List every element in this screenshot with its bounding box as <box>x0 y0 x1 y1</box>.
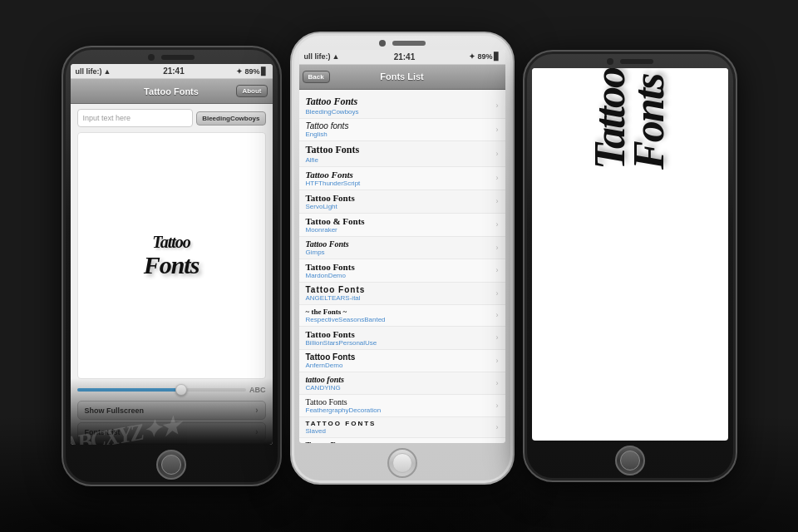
about-button[interactable]: About <box>236 85 267 97</box>
nav-title-2: Fonts List <box>380 71 424 81</box>
status-left-1: ull life:) ▲ <box>76 67 111 76</box>
phone-3: TattooFonts <box>523 50 737 482</box>
nav-bar-1: Tattoo Fonts About <box>71 79 273 104</box>
home-button-inner-1 <box>161 455 181 475</box>
home-button-2[interactable] <box>387 448 417 478</box>
font-display-name: Tattoo Fonts <box>306 144 360 156</box>
fullscreen-content: TattooFonts <box>532 68 728 170</box>
font-item-chevron-icon: › <box>496 244 499 252</box>
font-item-chevron-icon: › <box>496 401 499 410</box>
bluetooth-icon-2: ✦ <box>469 52 475 61</box>
font-display-name: Tattoo Fonts <box>306 170 361 180</box>
phone-3-top-bar <box>525 52 736 68</box>
font-item-chevron-icon: › <box>496 357 499 365</box>
carrier-1: ull life:) <box>76 67 102 76</box>
font-system-name: BleedingCowboys <box>306 108 359 116</box>
font-display-name: Tattoo Fonts <box>306 285 366 294</box>
phone-1-top-bar <box>63 47 280 64</box>
font-list-item[interactable]: Tattoo fontsEnglish› <box>299 119 505 141</box>
font-display-name: Tattoo Fonts <box>306 352 356 362</box>
font-item-chevron-icon: › <box>496 289 499 298</box>
phone-3-screen: TattooFonts <box>532 68 728 441</box>
phone-2: ull life:) ▲ 21:41 ✦ 89% ▊ Back Fonts Li… <box>290 32 515 485</box>
speaker-1 <box>161 55 195 60</box>
font-display-name: Tattoo Fonts <box>306 96 359 108</box>
font-list-item[interactable]: Tattoo FontsServoLight› <box>299 190 505 214</box>
font-system-name: CANDYING <box>306 384 344 392</box>
home-button-inner-3 <box>620 451 640 470</box>
phone-1: ull life:) ▲ 21:41 ✦ 89% ▊ Tattoo Fonts … <box>62 46 282 486</box>
speaker-2 <box>392 41 426 46</box>
status-right-1: ✦ 89% ▊ <box>236 67 267 76</box>
font-list-item[interactable]: Tattoo FontsAlfie› <box>299 141 505 167</box>
font-item-chevron-icon: › <box>496 174 499 182</box>
home-button-3[interactable] <box>615 446 645 475</box>
font-list-item[interactable]: Tattoo FontsANGELTEARS-ital› <box>299 283 505 305</box>
status-right-2: ✦ 89% ▊ <box>469 52 500 61</box>
font-display-name: ~ the Fonts ~ <box>306 308 386 316</box>
font-system-name: Alfie <box>306 156 360 164</box>
status-left-2: ull life:) ▲ <box>304 52 340 61</box>
phone-2-top-bar <box>292 33 513 50</box>
time-1: 21:41 <box>163 66 185 76</box>
font-system-name: Moonraker <box>306 226 365 234</box>
vertical-preview-text: TattooFonts <box>591 68 669 170</box>
font-display-name: Tattoo Fonts <box>306 239 349 249</box>
font-list-item[interactable]: Tattoo FontsGimps› <box>299 237 505 259</box>
font-display-name: Tattoo Fonts <box>306 262 355 272</box>
text-input[interactable]: Input text here <box>77 109 194 127</box>
font-system-name: MardonDemo <box>306 272 355 279</box>
carrier-2: ull life:) <box>304 52 331 61</box>
font-list-item[interactable]: Tattoo & FontsMoonraker› <box>299 214 505 237</box>
font-system-name: ServoLight <box>306 203 355 210</box>
font-item-chevron-icon: › <box>496 266 499 274</box>
font-item-chevron-icon: › <box>496 126 499 134</box>
back-button[interactable]: Back <box>303 71 330 83</box>
font-display-name: Tattoo fonts <box>306 121 349 131</box>
home-button-inner-2 <box>392 453 412 473</box>
battery-2: 89% <box>477 52 492 61</box>
input-row: Input text here BleedingCowboys <box>71 104 273 132</box>
preview-area-1: Tattoo Fonts <box>77 132 266 379</box>
nav-bar-2: Back Fonts List <box>299 65 505 90</box>
camera-3 <box>607 58 613 65</box>
font-list-item[interactable]: Tattoo FontsFeathergraphyDecoration› <box>299 395 505 417</box>
font-item-chevron-icon: › <box>496 333 499 342</box>
font-item-chevron-icon: › <box>496 101 499 110</box>
input-placeholder: Input text here <box>83 114 131 122</box>
camera-2 <box>379 40 386 47</box>
font-list-item[interactable]: tattoo fontsCANDYING› <box>299 372 505 395</box>
nav-title-1: Tattoo Fonts <box>144 86 199 96</box>
status-bar-2: ull life:) ▲ 21:41 ✦ 89% ▊ <box>299 50 505 65</box>
battery-icon-2: ▊ <box>494 52 500 61</box>
splatter-overlay: ABCXYZ✦★ <box>71 378 273 445</box>
font-display-name: Tattoo Fonts <box>306 193 355 203</box>
font-list-item[interactable]: Tattoo FontsBleedingCowboys› <box>299 93 505 119</box>
font-system-name: FeathergraphyDecoration <box>306 406 382 414</box>
font-list-item[interactable]: Tattoo FontsHTFThunderScript› <box>299 167 505 190</box>
font-display-name: Tattoo & Fonts <box>306 216 365 226</box>
font-system-name: Slaved <box>306 427 377 435</box>
font-list-item[interactable]: Tattoo FontsMultiOrnamental› <box>299 438 505 443</box>
font-list-item[interactable]: Tattoo FontsBillionStarsPersonalUse› <box>299 327 505 350</box>
font-list-item[interactable]: Tattoo FontsMardonDemo› <box>299 259 505 283</box>
status-bar-1: ull life:) ▲ 21:41 ✦ 89% ▊ <box>71 64 273 79</box>
home-button-1[interactable] <box>156 450 186 480</box>
camera-1 <box>148 54 155 61</box>
font-select-button[interactable]: BleedingCowboys <box>196 111 265 126</box>
font-display-name: Tattoo Fonts <box>306 329 377 339</box>
font-item-chevron-icon: › <box>496 423 499 431</box>
font-list-item[interactable]: Tattoo FontsAnfernDemo› <box>299 350 505 372</box>
battery-1: 89% <box>244 67 259 76</box>
battery-icon-1: ▊ <box>261 67 267 76</box>
font-list-item[interactable]: ~ the Fonts ~RespectiveSeasonsBanted› <box>299 305 505 327</box>
font-system-name: RespectiveSeasonsBanted <box>306 316 386 323</box>
phone-2-screen: ull life:) ▲ 21:41 ✦ 89% ▊ Back Fonts Li… <box>299 50 505 443</box>
font-item-chevron-icon: › <box>496 311 499 319</box>
speaker-3 <box>620 59 653 64</box>
wifi-icon-1: ▲ <box>104 67 111 76</box>
font-list-item[interactable]: Tattoo FontsSlaved› <box>299 417 505 438</box>
splatter-text: ABCXYZ✦★ <box>71 411 181 445</box>
font-item-chevron-icon: › <box>496 220 499 229</box>
bluetooth-icon-1: ✦ <box>236 67 243 76</box>
